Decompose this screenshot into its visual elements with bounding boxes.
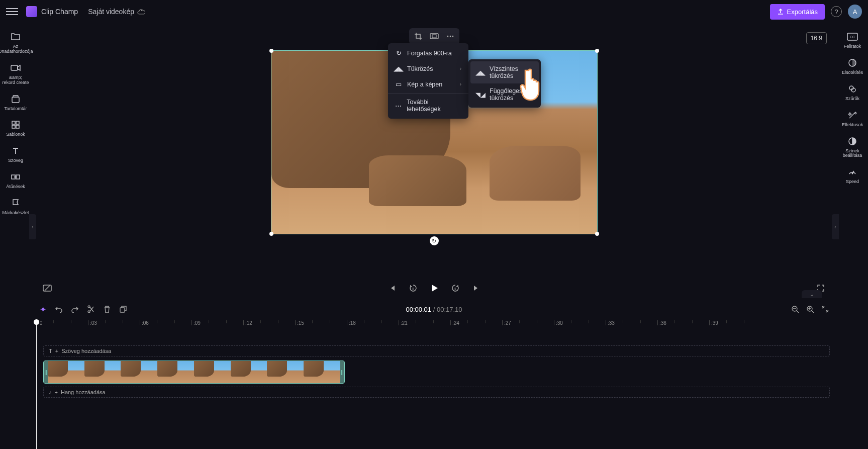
playback-controls: 5 5 (31, 282, 837, 294)
ruler-label: :09 (194, 320, 201, 326)
play-button[interactable] (428, 282, 440, 294)
timeline-collapse-button[interactable]: ⌄ (802, 290, 822, 298)
delete-button[interactable] (103, 305, 112, 314)
ruler-tick (450, 320, 451, 325)
rightbar-item-effects[interactable]: Effektusok (838, 107, 867, 133)
ctx-rotate[interactable]: ↻ Forgatás 900-ra (388, 45, 468, 61)
selection-handle-tl[interactable] (269, 49, 273, 53)
sidebar-item-library[interactable]: Tartalomtár (1, 91, 30, 117)
ruler-label: :06 (142, 320, 149, 326)
ruler-label: :33 (608, 320, 615, 326)
playhead[interactable] (36, 320, 37, 449)
redo-button[interactable] (70, 305, 79, 314)
undo-button[interactable] (54, 305, 63, 314)
rightbar-item-speed[interactable]: Speed (838, 163, 867, 190)
sidebar-item-text[interactable]: Szöveg (1, 142, 30, 168)
ruler-tick (88, 320, 88, 325)
library-icon (10, 94, 21, 105)
svg-rect-2 (13, 96, 18, 97)
ruler-label: :27 (504, 320, 511, 326)
aspect-ratio-button[interactable]: 16:9 (806, 32, 827, 44)
rotate-handle[interactable]: ↻ (430, 236, 439, 245)
rightbar-item-captions[interactable]: CC Feliratok (838, 28, 867, 54)
transitions-icon (10, 171, 21, 183)
text-track-row: T + Szöveg hozzáadása (36, 345, 837, 357)
submenu-flip-vertical[interactable]: ◥◢ Függőleges tükrözés (470, 83, 539, 106)
submenu-flip-horizontal[interactable]: ◢◣ Vízszintes tükrözés (470, 61, 539, 83)
text-icon: T (49, 348, 52, 354)
svg-rect-17 (432, 35, 436, 38)
ai-tool-button[interactable]: ✦ (38, 305, 47, 314)
ruler-label: :30 (556, 320, 563, 326)
selection-handle-tr[interactable] (595, 49, 599, 53)
svg-rect-5 (12, 125, 15, 128)
ctx-more[interactable]: ⋯ További lehetőségek (388, 95, 468, 117)
ruler-tick (502, 320, 503, 325)
sidebar-item-templates[interactable]: Sablonok (1, 116, 30, 142)
app-header: Clip Champ Saját videokép Exportálás ? A (0, 0, 868, 23)
ruler-label: :18 (349, 320, 356, 326)
rightbar-item-filters[interactable]: Szűrők (838, 80, 867, 107)
timeline-zoom-controls (791, 305, 830, 314)
project-name[interactable]: Saját videokép (88, 8, 145, 16)
clip-thumbnail (48, 361, 84, 383)
svg-point-25 (88, 311, 90, 313)
stage-toolbar (409, 28, 459, 44)
export-button-label: Exportálás (787, 8, 818, 16)
zoom-fit-button[interactable] (821, 305, 830, 314)
sidebar-item-brand[interactable]: Márkakészlet (1, 195, 30, 221)
sidebar-item-transitions[interactable]: Átűnések (1, 168, 30, 195)
chevron-right-icon: › (460, 66, 461, 71)
zoom-in-button[interactable] (806, 305, 815, 314)
flip-horizontal-icon: ◢◣ (475, 69, 486, 76)
split-button[interactable] (86, 305, 95, 314)
help-button[interactable]: ? (831, 6, 842, 17)
rightbar-item-colors[interactable]: Színek beállítása (838, 133, 867, 164)
ruler-tick (191, 320, 192, 325)
ruler-tick (295, 320, 296, 325)
sidebar-item-record[interactable]: &amp; rekord create (1, 59, 30, 91)
svg-point-24 (88, 306, 90, 308)
left-sidebar: Az Önadathordozója &amp; rekord create T… (0, 23, 31, 449)
ctx-pip[interactable]: ▭ Kép a képen › (388, 76, 468, 92)
colors-icon (847, 136, 858, 147)
upload-icon (777, 8, 784, 15)
timeline-ruler[interactable]: :0:03:06:09:12:15:18:21:24:27:30:33:36:3… (36, 320, 837, 333)
svg-rect-1 (12, 97, 19, 103)
forward-button[interactable]: 5 (449, 282, 461, 294)
svg-rect-0 (11, 65, 18, 70)
crop-button[interactable] (411, 30, 426, 43)
svg-rect-6 (16, 125, 19, 128)
skip-back-button[interactable] (386, 282, 398, 294)
zoom-out-button[interactable] (791, 305, 800, 314)
text-icon (10, 145, 21, 156)
fit-button[interactable] (427, 30, 442, 43)
ruler-tick (554, 320, 554, 325)
flip-submenu: ◢◣ Vízszintes tükrözés ◥◢ Függőleges tük… (468, 59, 541, 108)
selection-handle-bl[interactable] (269, 232, 273, 236)
hamburger-menu-button[interactable] (6, 6, 18, 18)
add-audio-track-button[interactable]: ♪ + Hang hozzáadása (43, 387, 830, 398)
selection-handle-br[interactable] (595, 232, 599, 236)
hide-preview-button[interactable] (41, 282, 53, 294)
user-avatar[interactable]: A (848, 5, 862, 19)
clip-handle-right[interactable]: || (340, 361, 344, 383)
clip-handle-left[interactable]: || (44, 361, 48, 383)
duplicate-button[interactable] (119, 305, 128, 314)
clip-thumbnail (231, 361, 267, 383)
effects-icon (847, 110, 858, 121)
flip-vertical-icon: ◥◢ (475, 91, 486, 99)
add-text-track-button[interactable]: T + Szöveg hozzáadása (43, 345, 830, 356)
skip-forward-button[interactable] (470, 282, 483, 294)
sidebar-item-media[interactable]: Az Önadathordozója (1, 28, 30, 59)
video-clip[interactable]: |||| (43, 361, 345, 384)
ctx-flip[interactable]: ◢◣ Tükrözés › (388, 61, 468, 76)
export-button[interactable]: Exportálás (770, 4, 825, 20)
more-options-button[interactable] (443, 30, 458, 43)
clip-thumbnail (157, 361, 194, 383)
rightbar-item-fade[interactable]: Elsötétítés (838, 54, 867, 80)
current-time: 00:00.01 (406, 306, 431, 313)
rewind-button[interactable]: 5 (407, 282, 419, 294)
ruler-label: :21 (401, 320, 408, 326)
ruler-label: :15 (297, 320, 304, 326)
